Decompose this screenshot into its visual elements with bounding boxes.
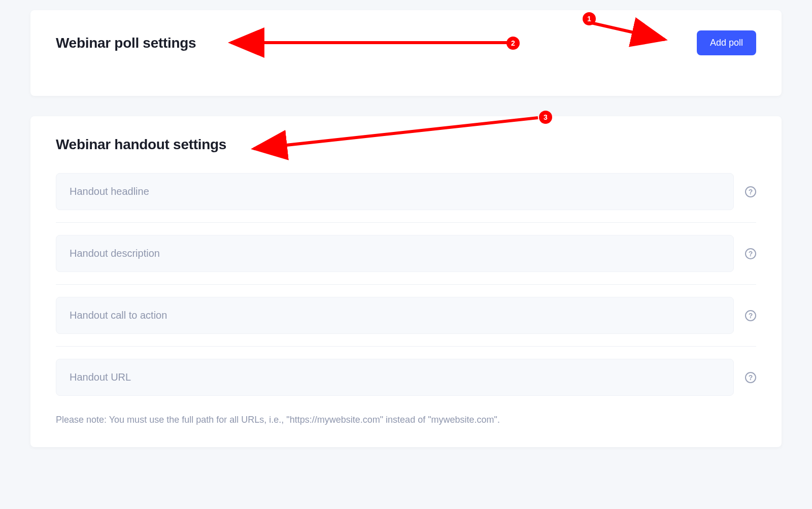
help-icon[interactable]: ? bbox=[745, 186, 756, 197]
handout-note: Please note: You must use the full path … bbox=[56, 413, 756, 427]
handout-headline-input[interactable] bbox=[56, 173, 734, 210]
poll-settings-card: Webinar poll settings Add poll bbox=[30, 10, 782, 96]
handout-headline-row: ? bbox=[56, 173, 756, 223]
poll-card-header: Webinar poll settings Add poll bbox=[56, 30, 756, 55]
handout-settings-title: Webinar handout settings bbox=[56, 137, 756, 153]
handout-cta-row: ? bbox=[56, 297, 756, 347]
handout-description-row: ? bbox=[56, 235, 756, 285]
poll-settings-title: Webinar poll settings bbox=[56, 35, 196, 51]
handout-settings-card: Webinar handout settings ? ? ? ? Please … bbox=[30, 116, 782, 447]
help-icon[interactable]: ? bbox=[745, 248, 756, 259]
help-icon[interactable]: ? bbox=[745, 310, 756, 321]
handout-url-row: ? bbox=[56, 359, 756, 408]
help-icon[interactable]: ? bbox=[745, 372, 756, 383]
handout-url-input[interactable] bbox=[56, 359, 734, 396]
add-poll-button[interactable]: Add poll bbox=[697, 30, 756, 55]
handout-description-input[interactable] bbox=[56, 235, 734, 272]
handout-cta-input[interactable] bbox=[56, 297, 734, 334]
